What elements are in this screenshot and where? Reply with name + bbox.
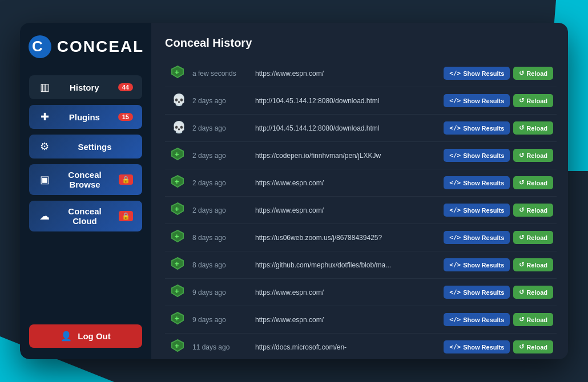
table-row: + a few seconds https://www.espn.com/ </… bbox=[165, 60, 557, 87]
row-time: 8 days ago bbox=[192, 234, 249, 242]
sidebar-item-settings[interactable]: ⚙ Settings bbox=[29, 135, 142, 159]
reload-button[interactable]: ↺ Reload bbox=[513, 149, 553, 162]
row-time: 11 days ago bbox=[192, 343, 249, 351]
reload-icon: ↺ bbox=[519, 97, 524, 104]
reload-button[interactable]: ↺ Reload bbox=[513, 313, 553, 326]
sidebar-item-history[interactable]: ▥ History 44 bbox=[29, 75, 142, 99]
results-icon: </> bbox=[449, 316, 461, 323]
sidebar-item-label-history: History bbox=[57, 83, 112, 92]
show-results-button[interactable]: </> Show Results bbox=[444, 67, 510, 80]
results-label: Show Results bbox=[463, 316, 504, 323]
results-icon: </> bbox=[449, 261, 461, 269]
reload-label: Reload bbox=[526, 152, 547, 159]
results-icon: </> bbox=[449, 124, 461, 132]
results-icon: </> bbox=[449, 343, 461, 351]
row-actions: </> Show Results ↺ Reload bbox=[444, 94, 553, 107]
row-status-icon: + bbox=[168, 338, 187, 356]
row-url: https://github.com/mephux/dotfiles/blob/… bbox=[255, 261, 438, 269]
results-icon: </> bbox=[449, 288, 461, 296]
show-results-button[interactable]: </> Show Results bbox=[444, 121, 510, 135]
results-label: Show Results bbox=[463, 234, 504, 241]
table-row: + 9 days ago https://www.espn.com/ </> S… bbox=[165, 306, 557, 334]
logo-icon: C bbox=[27, 34, 53, 59]
reload-label: Reload bbox=[526, 97, 547, 104]
reload-label: Reload bbox=[526, 289, 547, 296]
show-results-button[interactable]: </> Show Results bbox=[444, 258, 510, 271]
table-row: 💀 2 days ago http://104.45.144.12:8080/d… bbox=[165, 115, 557, 142]
row-url: https://www.espn.com/ bbox=[255, 206, 438, 214]
reload-button[interactable]: ↺ Reload bbox=[513, 94, 553, 107]
row-actions: </> Show Results ↺ Reload bbox=[444, 286, 553, 299]
reload-button[interactable]: ↺ Reload bbox=[513, 121, 553, 135]
browse-lock-icon: 🔒 bbox=[119, 174, 133, 185]
results-label: Show Results bbox=[463, 262, 504, 269]
reload-button[interactable]: ↺ Reload bbox=[513, 204, 553, 217]
reload-label: Reload bbox=[526, 180, 547, 186]
row-url: https://www.espn.com/ bbox=[255, 70, 438, 78]
row-time: 2 days ago bbox=[192, 179, 249, 187]
show-results-button[interactable]: </> Show Results bbox=[444, 286, 510, 299]
reload-button[interactable]: ↺ Reload bbox=[513, 67, 553, 80]
reload-label: Reload bbox=[526, 344, 547, 351]
reload-button[interactable]: ↺ Reload bbox=[513, 231, 553, 244]
table-row: + 9 days ago https://www.espn.com/ </> S… bbox=[165, 279, 557, 306]
row-time: 2 days ago bbox=[192, 152, 249, 160]
sidebar-item-cloud[interactable]: ☁ Conceal Cloud 🔒 bbox=[29, 201, 142, 231]
sidebar-item-label-settings: Settings bbox=[57, 142, 133, 152]
cloud-icon: ☁ bbox=[38, 210, 51, 222]
show-results-button[interactable]: </> Show Results bbox=[444, 176, 510, 189]
reload-icon: ↺ bbox=[519, 70, 524, 77]
reload-button[interactable]: ↺ Reload bbox=[513, 340, 553, 353]
svg-text:+: + bbox=[175, 259, 179, 268]
reload-button[interactable]: ↺ Reload bbox=[513, 258, 553, 271]
sidebar-item-browse[interactable]: ▣ Conceal Browse 🔒 bbox=[29, 164, 142, 195]
svg-text:+: + bbox=[175, 150, 179, 159]
show-results-button[interactable]: </> Show Results bbox=[444, 94, 510, 107]
svg-text:+: + bbox=[175, 68, 179, 76]
row-actions: </> Show Results ↺ Reload bbox=[444, 121, 553, 135]
show-results-button[interactable]: </> Show Results bbox=[444, 313, 510, 326]
reload-label: Reload bbox=[526, 234, 547, 241]
svg-text:+: + bbox=[175, 314, 179, 323]
show-results-button[interactable]: </> Show Results bbox=[444, 340, 510, 353]
row-actions: </> Show Results ↺ Reload bbox=[444, 176, 553, 189]
row-actions: </> Show Results ↺ Reload bbox=[444, 231, 553, 244]
reload-button[interactable]: ↺ Reload bbox=[513, 286, 553, 299]
svg-text:+: + bbox=[175, 287, 179, 295]
sidebar-item-plugins[interactable]: ✚ Plugins 15 bbox=[29, 105, 142, 129]
row-time: 9 days ago bbox=[192, 288, 249, 296]
logout-label: Log Out bbox=[78, 331, 110, 341]
show-results-button[interactable]: </> Show Results bbox=[444, 204, 510, 217]
settings-icon: ⚙ bbox=[38, 140, 51, 153]
svg-text:+: + bbox=[175, 205, 179, 213]
row-status-icon: + bbox=[168, 64, 187, 83]
history-list: + a few seconds https://www.espn.com/ </… bbox=[165, 60, 557, 359]
sidebar: C CONCEAL ▥ History 44 ✚ Plugins 15 ⚙ Se… bbox=[20, 23, 151, 359]
reload-icon: ↺ bbox=[519, 179, 524, 186]
table-row: + 8 days ago https://github.com/mephux/d… bbox=[165, 251, 557, 279]
show-results-button[interactable]: </> Show Results bbox=[444, 231, 510, 244]
reload-icon: ↺ bbox=[519, 234, 524, 241]
row-actions: </> Show Results ↺ Reload bbox=[444, 204, 553, 217]
row-status-icon: 💀 bbox=[168, 119, 187, 137]
reload-button[interactable]: ↺ Reload bbox=[513, 176, 553, 189]
row-time: 2 days ago bbox=[192, 97, 249, 105]
row-status-icon: + bbox=[168, 310, 187, 329]
reload-icon: ↺ bbox=[519, 124, 524, 132]
logout-icon: 👤 bbox=[61, 331, 72, 342]
sidebar-item-label-browse: Conceal Browse bbox=[57, 170, 113, 189]
reload-icon: ↺ bbox=[519, 316, 524, 323]
row-actions: </> Show Results ↺ Reload bbox=[444, 149, 553, 162]
show-results-button[interactable]: </> Show Results bbox=[444, 149, 510, 162]
row-url: http://104.45.144.12:8080/download.html bbox=[255, 124, 438, 132]
logout-button[interactable]: 👤 Log Out bbox=[29, 324, 142, 348]
results-label: Show Results bbox=[463, 70, 504, 77]
reload-icon: ↺ bbox=[519, 261, 524, 269]
row-url: http://104.45.144.12:8080/download.html bbox=[255, 97, 438, 105]
logo-area: C CONCEAL bbox=[27, 34, 144, 59]
main-content: Conceal History + a few seconds https://… bbox=[151, 23, 568, 359]
cloud-lock-icon: 🔒 bbox=[119, 211, 133, 221]
sidebar-item-label-plugins: Plugins bbox=[57, 112, 112, 122]
results-icon: </> bbox=[449, 234, 461, 241]
row-time: 2 days ago bbox=[192, 206, 249, 214]
